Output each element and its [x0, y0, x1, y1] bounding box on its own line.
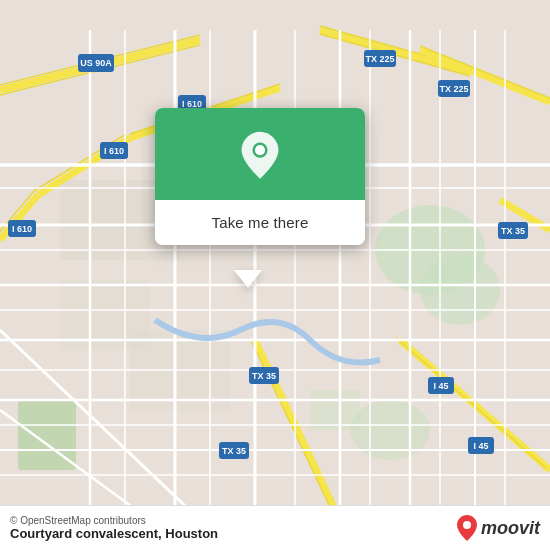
svg-text:TX 225: TX 225	[365, 54, 394, 64]
moovit-pin-icon	[456, 514, 478, 542]
popup-card: Take me there	[155, 108, 365, 245]
svg-text:I 45: I 45	[433, 381, 448, 391]
copyright-text: © OpenStreetMap contributors	[10, 515, 218, 526]
moovit-logo: moovit	[456, 514, 540, 542]
location-pin-icon	[234, 130, 286, 182]
svg-text:TX 35: TX 35	[222, 446, 246, 456]
bottom-left-info: © OpenStreetMap contributors Courtyard c…	[10, 515, 218, 541]
svg-text:I 45: I 45	[473, 441, 488, 451]
popup-green-area	[155, 108, 365, 200]
popup-pointer-triangle	[234, 270, 262, 288]
svg-rect-5	[310, 390, 360, 430]
location-name: Courtyard convalescent, Houston	[10, 526, 218, 541]
bottom-bar: © OpenStreetMap contributors Courtyard c…	[0, 505, 550, 550]
svg-text:I 610: I 610	[12, 224, 32, 234]
svg-text:TX 35: TX 35	[252, 371, 276, 381]
moovit-text: moovit	[481, 518, 540, 539]
svg-point-78	[463, 521, 471, 529]
svg-text:TX 225: TX 225	[439, 84, 468, 94]
map-container: US 90A TX 225 TX 225 I 610 I 610 I 610 T…	[0, 0, 550, 550]
svg-point-77	[255, 145, 265, 155]
svg-point-2	[420, 255, 500, 325]
take-me-there-button[interactable]: Take me there	[155, 200, 365, 245]
svg-text:TX 35: TX 35	[501, 226, 525, 236]
svg-text:I 610: I 610	[104, 146, 124, 156]
svg-text:US 90A: US 90A	[80, 58, 112, 68]
